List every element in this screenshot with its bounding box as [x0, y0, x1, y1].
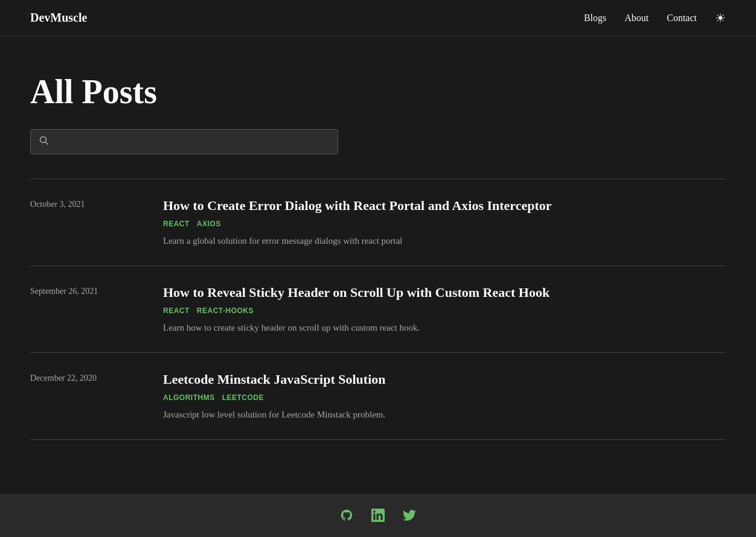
main-content: All Posts October 3, 2021 How to Create …: [0, 36, 756, 494]
post-content: How to Reveal Sticky Header on Scroll Up…: [163, 284, 726, 334]
post-tag[interactable]: AXIOS: [197, 220, 221, 228]
nav-link-contact[interactable]: Contact: [667, 13, 697, 24]
post-content: Leetcode Minstack JavaScript Solution AL…: [163, 371, 726, 421]
theme-toggle-button[interactable]: ☀: [715, 11, 726, 25]
search-wrapper: [30, 129, 338, 154]
site-footer: [0, 494, 756, 537]
post-item: December 22, 2020 Leetcode Minstack Java…: [30, 353, 726, 440]
post-tag[interactable]: REACT: [163, 220, 190, 228]
post-date: December 22, 2020: [30, 371, 139, 383]
site-logo[interactable]: DevMuscle: [30, 11, 87, 25]
search-input[interactable]: [55, 137, 329, 147]
svg-line-1: [46, 142, 48, 145]
post-description: Learn a global solution for error messag…: [163, 234, 726, 248]
posts-list: October 3, 2021 How to Create Error Dial…: [30, 179, 726, 440]
post-tag[interactable]: REACT-HOOKS: [197, 307, 254, 315]
post-title[interactable]: How to Create Error Dialog with React Po…: [163, 197, 726, 215]
twitter-icon[interactable]: [403, 509, 416, 522]
post-tags: ALGORITHMS LEETCODE: [163, 393, 726, 402]
github-icon[interactable]: [340, 509, 353, 522]
linkedin-icon[interactable]: [371, 509, 385, 522]
search-icon: [39, 136, 49, 148]
post-date: October 3, 2021: [30, 197, 139, 209]
post-item: September 26, 2021 How to Reveal Sticky …: [30, 266, 726, 353]
post-title[interactable]: How to Reveal Sticky Header on Scroll Up…: [163, 284, 726, 302]
post-description: Javascript low level solution for Leetco…: [163, 408, 726, 422]
post-tag[interactable]: LEETCODE: [222, 393, 264, 402]
post-description: Learn how to create sticky header on scr…: [163, 321, 726, 335]
post-title[interactable]: Leetcode Minstack JavaScript Solution: [163, 371, 726, 389]
main-nav: Blogs About Contact ☀: [584, 11, 726, 25]
post-item: October 3, 2021 How to Create Error Dial…: [30, 179, 726, 266]
post-tag[interactable]: ALGORITHMS: [163, 393, 215, 402]
post-tag[interactable]: REACT: [163, 307, 190, 315]
page-title: All Posts: [30, 72, 726, 111]
post-tags: REACT REACT-HOOKS: [163, 307, 726, 315]
search-container: [30, 129, 726, 154]
site-header: DevMuscle Blogs About Contact ☀: [0, 0, 756, 36]
nav-link-blogs[interactable]: Blogs: [584, 13, 606, 24]
post-date: September 26, 2021: [30, 284, 139, 296]
nav-link-about[interactable]: About: [624, 13, 649, 24]
post-tags: REACT AXIOS: [163, 220, 726, 228]
post-content: How to Create Error Dialog with React Po…: [163, 197, 726, 247]
